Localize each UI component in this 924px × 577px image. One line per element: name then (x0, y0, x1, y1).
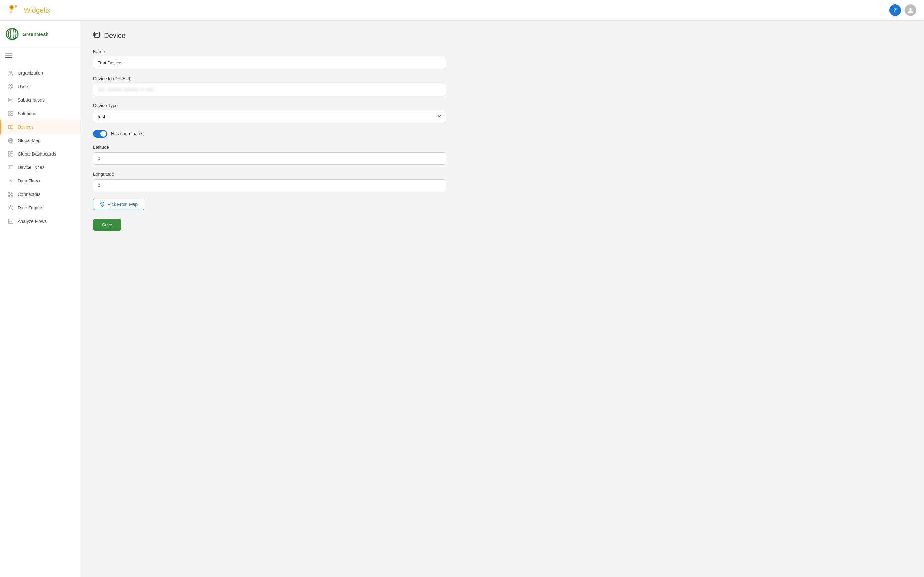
device-id-field-group: Device Id (DevEUI) (93, 76, 446, 96)
top-header: Widgelix ? (0, 0, 924, 21)
longitude-input[interactable] (93, 179, 446, 192)
svg-rect-38 (8, 219, 13, 224)
svg-point-13 (9, 85, 11, 86)
device-form: Name Device Id (DevEUI) Device Type test… (93, 49, 446, 230)
sidebar-item-device-types[interactable]: Device Types (0, 161, 80, 174)
rule-engine-icon (7, 205, 14, 211)
longitude-label: Longtitude (93, 172, 446, 177)
has-coordinates-toggle[interactable] (93, 130, 107, 138)
chip-icon (93, 31, 101, 40)
sidebar-item-label-analyze-flows: Analyze Flows (18, 219, 47, 224)
svg-point-1 (11, 6, 13, 8)
svg-rect-18 (8, 111, 10, 113)
pick-from-map-button[interactable]: Pick From Map (93, 198, 144, 210)
logo-text: Widgelix (24, 6, 50, 15)
solutions-icon (7, 110, 14, 117)
svg-point-12 (10, 71, 11, 73)
sidebar-item-organization[interactable]: Organization (0, 66, 80, 80)
latitude-label: Latitude (93, 145, 446, 150)
svg-point-4 (909, 8, 912, 11)
device-id-label: Device Id (DevEUI) (93, 76, 446, 81)
widgelix-logo-icon (8, 3, 21, 17)
svg-point-2 (15, 5, 17, 8)
sidebar-item-label-connectors: Connectors (18, 192, 41, 197)
sidebar-item-rule-engine[interactable]: Rule Engine (0, 201, 80, 214)
svg-point-23 (10, 126, 11, 128)
sidebar-item-label-global-map: Global Map (18, 138, 41, 143)
sidebar-item-label-device-types: Device Types (18, 165, 45, 170)
organization-icon (7, 70, 14, 76)
sidebar-item-label-rule-engine: Rule Engine (18, 205, 42, 210)
sidebar-item-label-solutions: Solutions (18, 111, 36, 116)
device-type-select[interactable]: test sensor gateway (93, 111, 446, 123)
page-title: Device (104, 31, 126, 40)
svg-point-53 (102, 203, 103, 204)
connectors-icon (7, 191, 14, 198)
subscriptions-icon (7, 97, 14, 103)
svg-rect-21 (11, 114, 13, 116)
latitude-input[interactable] (93, 152, 446, 164)
svg-rect-28 (8, 155, 10, 156)
sidebar-item-solutions[interactable]: Solutions (0, 107, 80, 120)
user-icon (907, 7, 914, 13)
longitude-field-group: Longtitude (93, 172, 446, 192)
name-label: Name (93, 49, 446, 54)
has-coordinates-label: Has coordinates (111, 131, 144, 136)
svg-rect-26 (8, 152, 10, 154)
svg-rect-19 (11, 111, 13, 113)
sidebar: GreenMesh Organization Users (0, 21, 80, 577)
sidebar-item-label-subscriptions: Subscriptions (18, 98, 45, 103)
page-header: Device (93, 31, 911, 40)
users-icon (7, 84, 14, 90)
svg-rect-39 (94, 32, 100, 37)
svg-point-37 (9, 206, 12, 209)
logo-area: Widgelix (8, 3, 50, 17)
sidebar-item-global-dashboards[interactable]: Global Dashboards (0, 147, 80, 161)
sidebar-item-subscriptions[interactable]: Subscriptions (0, 93, 80, 107)
sidebar-item-data-flows[interactable]: Data Flows (0, 174, 80, 188)
global-dashboards-icon (7, 151, 14, 157)
svg-point-14 (11, 85, 13, 86)
sidebar-item-label-global-dashboards: Global Dashboards (18, 152, 56, 156)
sidebar-item-analyze-flows[interactable]: Analyze Flows (0, 214, 80, 228)
svg-point-3 (10, 11, 12, 13)
name-input[interactable] (93, 57, 446, 69)
device-types-icon (7, 164, 14, 171)
main-content: Device Name Device Id (DevEUI) Device Ty… (80, 21, 924, 577)
sidebar-item-devices[interactable]: Devices (0, 120, 80, 134)
hamburger-icon (5, 52, 12, 59)
name-field-group: Name (93, 49, 446, 69)
has-coordinates-row: Has coordinates (93, 130, 446, 138)
brand-name: GreenMesh (23, 31, 49, 37)
save-button[interactable]: Save (93, 219, 121, 230)
sidebar-item-global-map[interactable]: Global Map (0, 134, 80, 147)
sidebar-item-users[interactable]: Users (0, 80, 80, 93)
sidebar-brand: GreenMesh (0, 21, 80, 48)
sidebar-nav: Organization Users Subscriptions Solutio… (0, 64, 80, 230)
brand-logo-icon (5, 27, 19, 41)
pick-from-map-label: Pick From Map (108, 202, 138, 207)
svg-rect-11 (5, 57, 12, 58)
header-actions: ? (889, 5, 916, 16)
toggle-slider (93, 130, 107, 138)
sidebar-menu-toggle[interactable] (0, 48, 80, 64)
svg-rect-9 (5, 53, 12, 53)
svg-rect-20 (8, 114, 10, 116)
svg-rect-40 (96, 33, 98, 36)
device-type-label: Device Type (93, 103, 446, 108)
user-avatar-button[interactable] (905, 5, 916, 16)
sidebar-item-label-users: Users (18, 84, 29, 89)
sidebar-item-label-devices: Devices (18, 124, 34, 130)
help-button[interactable]: ? (889, 5, 901, 16)
analyze-flows-icon (7, 218, 14, 224)
map-pin-icon (100, 202, 105, 207)
global-map-icon (7, 137, 14, 144)
main-layout: GreenMesh Organization Users (0, 21, 924, 577)
sidebar-item-label-data-flows: Data Flows (18, 178, 40, 184)
device-type-select-wrapper: test sensor gateway (93, 111, 446, 123)
device-id-input[interactable] (93, 84, 446, 96)
svg-rect-27 (11, 152, 13, 153)
devices-icon (7, 124, 14, 130)
latitude-field-group: Latitude (93, 145, 446, 164)
sidebar-item-connectors[interactable]: Connectors (0, 188, 80, 201)
